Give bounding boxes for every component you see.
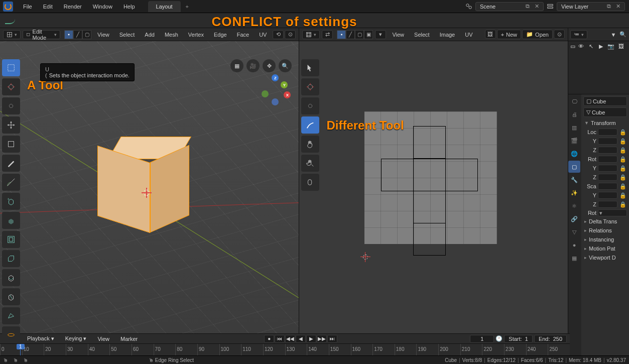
tool-select-box[interactable]	[2, 59, 20, 76]
uv-tool-transform[interactable]	[301, 97, 319, 114]
menu-face[interactable]: Face	[233, 30, 253, 40]
uv-viewport[interactable]: Different Tool	[299, 41, 568, 364]
uv-tool-pinch[interactable]	[301, 155, 319, 172]
workspace-tab-layout[interactable]: Layout	[148, 1, 181, 12]
prev-keyframe-button[interactable]: ◀◀	[285, 335, 295, 343]
transform-orientation-icon[interactable]: ⟲	[273, 30, 284, 39]
selectable-icon[interactable]: ▶	[597, 42, 605, 50]
tool-knife[interactable]	[2, 288, 20, 305]
zoom-view-icon[interactable]: 🔍	[279, 59, 292, 72]
jump-start-button[interactable]: ⏮	[275, 335, 285, 343]
ptab-material[interactable]: ●	[568, 239, 580, 251]
play-reverse-button[interactable]: ◀	[296, 335, 306, 343]
rot-mode-field[interactable]: ▾	[598, 209, 627, 216]
new-scene-icon[interactable]: ⧉	[523, 2, 532, 11]
ptab-object[interactable]: ▢	[568, 161, 580, 173]
ptab-constraint[interactable]: 🔗	[568, 213, 580, 225]
tool-measure[interactable]	[2, 174, 20, 191]
menu-file[interactable]: File	[18, 2, 37, 12]
lock-icon[interactable]: 🔒	[619, 146, 627, 154]
ptab-data[interactable]: ▽	[568, 226, 580, 238]
mesh-display-icon[interactable]: ▦	[230, 59, 243, 72]
new-layer-icon[interactable]: ⧉	[604, 2, 613, 11]
rot-z-field[interactable]	[598, 174, 617, 181]
tool-annotate[interactable]	[2, 155, 20, 172]
scene-selector[interactable]: Scene ⧉ ✕	[475, 2, 544, 11]
face-select-mode[interactable]: ▢	[82, 30, 91, 39]
jump-end-button[interactable]: ⏭	[327, 335, 337, 343]
uv-face[interactable]	[413, 191, 446, 223]
uv-face-mode[interactable]: ▢	[355, 30, 364, 39]
uv-tool-relax[interactable]	[301, 174, 319, 191]
uv-tool-cursor[interactable]	[301, 78, 319, 95]
open-image-button[interactable]: 📁Open	[522, 30, 553, 39]
lock-icon[interactable]: 🔒	[619, 137, 627, 145]
end-frame-field[interactable]: End: 250	[534, 335, 567, 343]
menu-select[interactable]: Select	[115, 30, 139, 40]
browse-layer-icon[interactable]	[546, 2, 555, 11]
uv-vertex-mode[interactable]: ▪	[337, 30, 346, 39]
object-breadcrumb[interactable]: ▢ Cube	[583, 96, 627, 106]
autokey-button[interactable]: ●	[264, 335, 274, 343]
vertex-select-mode[interactable]: ▪	[64, 30, 73, 39]
tool-add-cube[interactable]: +	[2, 193, 20, 210]
uv-face[interactable]	[413, 223, 446, 256]
editor-type-dropdown[interactable]: ▾	[3, 30, 21, 39]
pivot-point-icon[interactable]: ⊙	[285, 30, 296, 39]
play-button[interactable]: ▶	[306, 335, 316, 343]
tool-inset[interactable]	[2, 231, 20, 248]
ptab-world[interactable]: 🌐	[568, 148, 580, 160]
uv-face[interactable]	[413, 126, 446, 159]
new-image-button[interactable]: +New	[497, 30, 521, 39]
ptab-scene[interactable]: 🎬	[568, 135, 580, 147]
menu-view[interactable]: View	[93, 30, 113, 40]
uv-sync-button[interactable]: ⇄	[322, 30, 333, 39]
ptab-render[interactable]: 🖵	[568, 95, 580, 107]
tool-transform[interactable]	[2, 136, 20, 153]
lock-icon[interactable]: 🔒	[619, 191, 627, 199]
section-viewport[interactable]: ▸Viewport D	[583, 253, 627, 262]
ptab-physics[interactable]: ⚛	[568, 200, 580, 212]
tool-extrude-region[interactable]	[2, 212, 20, 229]
search-icon[interactable]: 🔍	[619, 31, 627, 39]
uv-menu-view[interactable]: View	[388, 30, 408, 40]
editor-type-dropdown-uv[interactable]: ▾	[302, 30, 320, 39]
sca-z-field[interactable]	[598, 201, 617, 208]
menu-vertex[interactable]: Vertex	[184, 30, 208, 40]
view-layer-selector[interactable]: View Layer ⧉ ✕	[557, 2, 625, 11]
tool-poly-build[interactable]	[2, 307, 20, 324]
lock-icon[interactable]: 🔒	[619, 200, 627, 208]
ptab-view-layer[interactable]: ▥	[568, 122, 580, 134]
rot-x-field[interactable]	[598, 156, 617, 163]
uv-island-mode[interactable]: ▣	[364, 30, 373, 39]
outliner-collection-row[interactable]: ▭ 👁 ↖ ▶ 📷 🖼	[568, 41, 629, 51]
navigation-gizmo[interactable]: Z Y X	[260, 74, 291, 105]
edge-select-mode[interactable]: ╱	[73, 30, 82, 39]
section-delta[interactable]: ▸Delta Trans	[583, 217, 627, 226]
lock-icon[interactable]: 🔒	[619, 155, 627, 163]
tool-loop-cut[interactable]	[2, 269, 20, 286]
outliner-display-mode[interactable]: ≔▾	[570, 30, 587, 39]
rot-y-field[interactable]	[598, 165, 617, 172]
menu-render[interactable]: Render	[59, 2, 87, 12]
data-breadcrumb[interactable]: ▽ Cube	[583, 107, 627, 117]
tool-bevel[interactable]	[2, 250, 20, 267]
loc-z-field[interactable]	[598, 147, 617, 154]
viewport-3d[interactable]: + U (Sets the object interaction mode. A…	[0, 41, 299, 364]
ptab-particles[interactable]: ✨	[568, 187, 580, 199]
start-frame-field[interactable]: Start: 1	[504, 335, 533, 343]
filter-icon[interactable]: ▼	[609, 31, 617, 39]
menu-help[interactable]: Help	[118, 2, 140, 12]
loc-x-field[interactable]	[598, 129, 617, 136]
section-transform[interactable]: ▼Transform	[583, 118, 627, 128]
mode-dropdown[interactable]: Edit Mode ▾	[23, 30, 60, 39]
tool-move[interactable]	[2, 116, 20, 134]
sticky-select-icon[interactable]: ▾	[375, 30, 386, 39]
eye-icon[interactable]: 👁	[577, 42, 585, 50]
delete-layer-icon[interactable]: ✕	[613, 2, 622, 11]
section-relations[interactable]: ▸Relations	[583, 226, 627, 235]
workspace-add-button[interactable]: +	[182, 2, 193, 12]
uv-menu-image[interactable]: Image	[436, 30, 459, 40]
lock-icon[interactable]: 🔒	[619, 128, 627, 136]
lock-icon[interactable]: 🔒	[619, 164, 627, 172]
